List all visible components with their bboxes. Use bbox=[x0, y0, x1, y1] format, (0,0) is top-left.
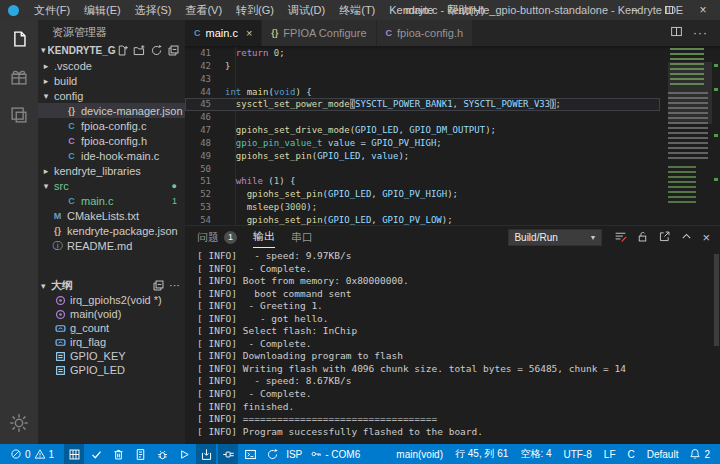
menu-item[interactable]: 编辑(E) bbox=[77, 0, 128, 20]
tree-item-config[interactable]: ▾config bbox=[38, 88, 185, 103]
open-in-editor-icon[interactable] bbox=[658, 230, 671, 245]
panel-tab-串口[interactable]: 串口 bbox=[291, 226, 313, 248]
panel-tab-输出[interactable]: 输出 bbox=[253, 226, 275, 248]
code-line-43[interactable]: 43 bbox=[185, 73, 660, 86]
flash-program-button[interactable] bbox=[196, 444, 216, 464]
code-editor[interactable]: 41 return 0;42}4344int main(void) {45 sy… bbox=[185, 46, 720, 225]
editor-actions: ··· bbox=[670, 20, 720, 46]
activity-settings[interactable] bbox=[0, 404, 38, 442]
outline-header[interactable]: ▾ 大纲 ··· bbox=[38, 278, 185, 293]
tab-main.c[interactable]: Cmain.c× bbox=[185, 20, 262, 46]
menu-item[interactable]: 调试(D) bbox=[281, 0, 332, 20]
collapse-all-icon[interactable] bbox=[167, 44, 180, 57]
output-log[interactable]: [ INFO] - speed: 9.97KB/s[ INFO] - Compl… bbox=[185, 248, 712, 444]
problems-status[interactable]: 0 1 bbox=[6, 444, 58, 464]
tree-item-ide-hook-main.c[interactable]: Cide-hook-main.c bbox=[38, 148, 185, 163]
terminal-button[interactable] bbox=[240, 444, 260, 464]
menu-item[interactable]: 转到(G) bbox=[229, 0, 281, 20]
menu-item[interactable]: 文件(F) bbox=[27, 0, 77, 20]
outline-item-irq_flag[interactable]: irq_flag bbox=[38, 335, 185, 349]
new-folder-icon[interactable] bbox=[133, 44, 146, 57]
tree-item-main.c[interactable]: Cmain.c1 bbox=[38, 193, 185, 208]
serial-port-button[interactable]: - COM6 bbox=[306, 444, 364, 464]
status-item[interactable]: 空格: 4 bbox=[515, 447, 556, 461]
status-item[interactable]: 行 45, 列 61 bbox=[450, 447, 513, 461]
panel-tabs: 问题1输出串口 bbox=[197, 226, 329, 248]
close-icon[interactable]: × bbox=[246, 27, 252, 39]
tree-item-fpioa-config.c[interactable]: Cfpioa-config.c bbox=[38, 118, 185, 133]
menu-item[interactable]: 查看(V) bbox=[178, 0, 229, 20]
collapse-all-icon[interactable] bbox=[152, 279, 165, 292]
code-line-47[interactable]: 47 gpiohs_set_drive_mode(GPIO_LED, GPIO_… bbox=[185, 124, 660, 137]
new-file-icon[interactable] bbox=[116, 44, 129, 57]
code-line-54[interactable]: 54 gpiohs_set_pin(GPIO_LED, GPIO_PV_LOW)… bbox=[185, 214, 660, 225]
close-icon[interactable]: × bbox=[686, 0, 720, 20]
status-item[interactable]: Default bbox=[642, 449, 684, 460]
code-line-53[interactable]: 53 msleep(3000); bbox=[185, 201, 660, 214]
notifications-bell[interactable]: 2 bbox=[685, 444, 714, 464]
code-line-49[interactable]: 49 gpiohs_set_pin(GPIO_LED, value); bbox=[185, 150, 660, 163]
refresh-icon[interactable] bbox=[150, 44, 163, 57]
panel-scrollbar[interactable] bbox=[714, 254, 719, 346]
tree-item-kendryte_libraries[interactable]: ▸kendryte_libraries bbox=[38, 163, 185, 178]
status-item[interactable]: main(void) bbox=[391, 449, 448, 460]
clear-output-icon[interactable] bbox=[614, 230, 627, 245]
code-line-42[interactable]: 42} bbox=[185, 60, 660, 73]
activity-kendryte-project[interactable] bbox=[0, 96, 38, 134]
tab-fpioa-config.h[interactable]: Cfpioa-config.h bbox=[377, 20, 474, 46]
close-icon[interactable]: × bbox=[702, 231, 710, 244]
serial-monitor-button[interactable] bbox=[218, 444, 238, 464]
chevron-up-icon[interactable] bbox=[680, 230, 693, 245]
menu-item[interactable]: 终端(T) bbox=[332, 0, 382, 20]
device-manager-button[interactable] bbox=[64, 444, 84, 464]
build-button[interactable] bbox=[86, 444, 106, 464]
code-line-46[interactable]: 46 bbox=[185, 111, 660, 124]
activity-explorer[interactable] bbox=[0, 20, 38, 58]
kendryte-ide-window: { "titlebar": { "menus": ["文件(F)", "编辑(E… bbox=[0, 0, 720, 464]
code-line-44[interactable]: 44int main(void) { bbox=[185, 86, 660, 99]
refresh-button[interactable] bbox=[262, 444, 282, 464]
tree-item-device-manager.json[interactable]: {}device-manager.json bbox=[38, 103, 185, 118]
code-line-52[interactable]: 52 gpiohs_set_pin(GPIO_LED, GPIO_PV_HIGH… bbox=[185, 188, 660, 201]
tree-item-CMakeLists.txt[interactable]: MCMakeLists.txt bbox=[38, 208, 185, 223]
output-channel-select[interactable]: Build/Run ▼ bbox=[508, 229, 602, 246]
code-line-48[interactable]: 48 gpio_pin_value_t value = GPIO_PV_HIGH… bbox=[185, 137, 660, 150]
outline-item-g_count[interactable]: g_count bbox=[38, 321, 185, 335]
activity-kendryte-packages[interactable] bbox=[0, 58, 38, 96]
config-script-button[interactable] bbox=[130, 444, 150, 464]
tree-item-fpioa-config.h[interactable]: Cfpioa-config.h bbox=[38, 133, 185, 148]
status-item[interactable]: UTF-8 bbox=[559, 449, 597, 460]
code-line-50[interactable]: 50 bbox=[185, 163, 660, 176]
tree-item-kendryte-package.json[interactable]: {}kendryte-package.json bbox=[38, 223, 185, 238]
unlock-icon[interactable] bbox=[636, 230, 649, 245]
line-number: 50 bbox=[185, 163, 211, 176]
method-symbol-icon bbox=[55, 309, 66, 320]
more-icon[interactable]: ··· bbox=[169, 279, 180, 292]
minimap[interactable] bbox=[668, 46, 712, 225]
explorer-root-folder[interactable]: ▾ KENDRYTE_GPIO-B... bbox=[38, 42, 185, 58]
outline-item-irq_gpiohs2(void *)[interactable]: irq_gpiohs2(void *) bbox=[38, 293, 185, 307]
clean-button[interactable] bbox=[108, 444, 128, 464]
panel-tab-问题[interactable]: 问题1 bbox=[197, 226, 237, 248]
debug-button[interactable] bbox=[152, 444, 172, 464]
code-line-45[interactable]: 45 sysctl_set_power_mode(SYSCTL_POWER_BA… bbox=[185, 98, 660, 111]
tree-item-.vscode[interactable]: ▸.vscode bbox=[38, 58, 185, 73]
minimap-slider[interactable] bbox=[668, 62, 712, 124]
file-type-icon: C bbox=[65, 136, 78, 146]
run-button[interactable] bbox=[174, 444, 194, 464]
status-item[interactable]: LF bbox=[599, 449, 621, 460]
code-line-41[interactable]: 41 return 0; bbox=[185, 47, 660, 60]
outline-item-GPIO_KEY[interactable]: GPIO_KEY bbox=[38, 349, 185, 363]
status-item[interactable]: C bbox=[623, 449, 640, 460]
tree-item-README.md[interactable]: ⓘREADME.md bbox=[38, 238, 185, 253]
outline-item-main(void)[interactable]: main(void) bbox=[38, 307, 185, 321]
more-icon[interactable]: ··· bbox=[693, 26, 708, 40]
isp-mode-button[interactable]: ISP bbox=[282, 444, 306, 464]
outline-item-GPIO_LED[interactable]: GPIO_LED bbox=[38, 363, 185, 377]
tree-item-build[interactable]: ▸build bbox=[38, 73, 185, 88]
split-editor-icon[interactable] bbox=[670, 24, 683, 42]
code-line-51[interactable]: 51 while (1) { bbox=[185, 175, 660, 188]
tree-item-src[interactable]: ▾src● bbox=[38, 178, 185, 193]
tab-FPIOA Configure[interactable]: {}FPIOA Configure bbox=[262, 20, 376, 46]
menu-item[interactable]: 选择(S) bbox=[128, 0, 179, 20]
